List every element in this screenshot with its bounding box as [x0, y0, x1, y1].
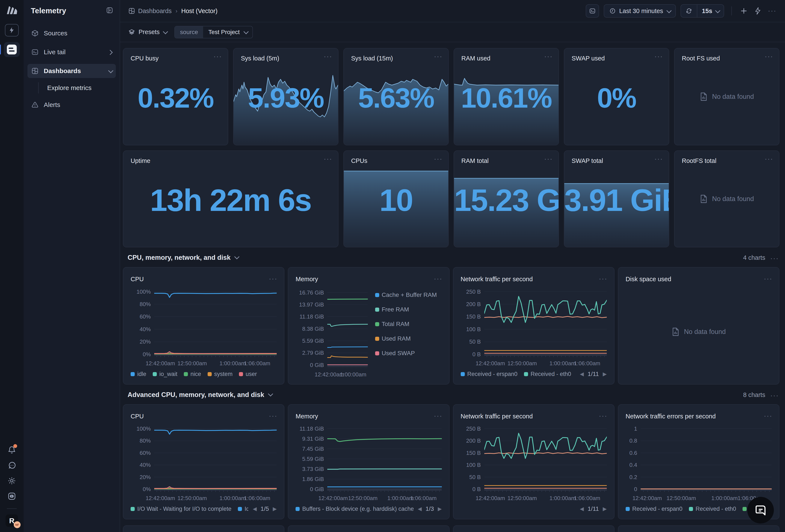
legend-item[interactable]: idle [131, 371, 146, 377]
sidebar-collapse-icon[interactable] [106, 7, 113, 15]
legend-item[interactable]: Free RAM [375, 306, 442, 313]
panel-menu-icon[interactable] [764, 414, 772, 418]
chevron-down-icon [163, 28, 167, 35]
panel-menu-icon[interactable] [434, 55, 442, 59]
legend-item[interactable]: Received - erspan0 [626, 506, 682, 512]
legend-item[interactable]: Received - eth0 [689, 506, 736, 512]
panel-menu-icon[interactable] [324, 55, 332, 59]
chart-card-memory: Memory 16.76 GiB13.97 GiB11.18 GiB8.38 G… [288, 267, 449, 384]
no-data-document-icon [672, 327, 680, 336]
panel-menu-icon[interactable] [764, 277, 772, 281]
y-axis: 250 B200 B150 B100 B50 B0 B [461, 423, 484, 492]
chevron-down-icon [108, 67, 112, 75]
panel-menu-icon[interactable] [655, 55, 662, 59]
panel-menu-icon[interactable] [600, 277, 607, 281]
stat-value: 15.23 GiB [454, 182, 558, 218]
pager-next-icon[interactable]: ▶ [603, 506, 607, 512]
brand-logo-icon[interactable] [6, 6, 18, 14]
legend-item[interactable]: io_wait [153, 371, 177, 377]
legend-item[interactable]: Total RAM [375, 321, 442, 327]
legend-item[interactable]: Used RAM [375, 335, 442, 342]
breadcrumb-dashboards[interactable]: Dashboards [128, 7, 172, 15]
feedback-chat-icon[interactable] [7, 460, 17, 470]
legend-item[interactable]: system [208, 371, 233, 377]
stat-value: 0% [564, 82, 669, 114]
terminal-panel-button[interactable] [586, 4, 599, 18]
panel-menu-icon[interactable] [545, 157, 552, 161]
legend-item[interactable]: user [239, 371, 257, 377]
refresh-button[interactable] [681, 5, 697, 17]
section-menu-icon[interactable] [771, 391, 778, 398]
clock-icon [609, 8, 616, 14]
pager-next-icon[interactable]: ▶ [273, 506, 277, 512]
legend-item[interactable]: Cache + Buffer RAM [375, 292, 442, 298]
plot-area[interactable] [154, 286, 277, 357]
pager-prev-icon[interactable]: ◀ [580, 506, 584, 512]
x-tick-label: 1:00:00am [340, 371, 366, 378]
panel-menu-icon[interactable] [434, 414, 441, 418]
quick-actions-button[interactable] [753, 6, 763, 16]
panel-title: SWAP used [572, 55, 605, 62]
plot-area[interactable] [641, 423, 772, 492]
legend-item[interactable]: I/O Wait - Waiting for I/O to complete [131, 506, 231, 512]
section-menu-icon[interactable] [771, 254, 778, 261]
panel-menu-icon[interactable] [324, 157, 332, 161]
y-tick-label: 0% [143, 486, 151, 493]
panel-menu-icon[interactable] [765, 157, 773, 161]
rail-item-telemetry-active[interactable] [4, 42, 20, 57]
legend-item[interactable]: Received - eth0 [524, 371, 571, 377]
panel-menu-icon[interactable] [600, 414, 607, 418]
panel-menu-icon[interactable] [214, 55, 221, 59]
legend-item[interactable]: Received - erspan0 [461, 371, 517, 377]
sidebar-item-dashboards[interactable]: Dashboards [27, 64, 116, 78]
legend-item[interactable]: Idle [238, 506, 248, 512]
legend-label: io_wait [159, 371, 177, 377]
pager-next-icon[interactable]: ▶ [438, 506, 441, 512]
sidebar-item-live-tail[interactable]: Live tail [27, 45, 116, 59]
refresh-interval-selector[interactable]: 15s [697, 5, 724, 17]
plot-area[interactable] [327, 423, 441, 492]
panel-menu-icon[interactable] [655, 157, 662, 161]
y-tick-label: 9.31 GiB [302, 435, 324, 442]
pager-prev-icon[interactable]: ◀ [580, 371, 584, 377]
x-tick-label: 12:42:00am [476, 495, 505, 502]
section-header-basic[interactable]: CPU, memory, network, and disk 4 charts [128, 254, 778, 262]
app-logo[interactable]: R NF [6, 514, 18, 527]
legend-item[interactable]: nice [184, 371, 201, 377]
panel-menu-icon[interactable] [434, 277, 441, 281]
help-chat-fab[interactable] [747, 497, 774, 524]
plot-area[interactable] [484, 423, 607, 492]
chevron-down-icon [234, 256, 238, 260]
pager-prev-icon[interactable]: ◀ [418, 506, 422, 512]
plot-area[interactable] [154, 423, 277, 492]
legend-label: Total RAM [382, 321, 409, 327]
panel-menu-icon[interactable] [270, 414, 277, 418]
panel-menu-icon[interactable] [270, 277, 277, 281]
x-axis: 12:42:00am1:00:00am [327, 368, 368, 379]
section-header-advanced[interactable]: Advanced CPU, memory, network, and disk … [128, 391, 778, 399]
quickstart-icon[interactable] [5, 24, 19, 36]
panel-menu-icon[interactable] [765, 55, 773, 59]
notifications-bell-icon[interactable] [7, 445, 17, 455]
pager-prev-icon[interactable]: ◀ [253, 506, 256, 512]
panel-menu-icon[interactable] [545, 55, 552, 59]
command-menu-icon[interactable] [7, 491, 17, 501]
theme-sun-icon[interactable] [7, 476, 17, 486]
stat-value: 3.91 GiB [564, 182, 669, 218]
sidebar-item-explore-metrics[interactable]: Explore metrics [27, 81, 116, 94]
chart-card-partial [123, 525, 284, 532]
legend-item[interactable]: Used SWAP [375, 350, 442, 357]
pager-next-icon[interactable]: ▶ [603, 371, 607, 377]
more-options-button[interactable] [767, 6, 777, 16]
plot-area[interactable] [484, 286, 607, 357]
panel-menu-icon[interactable] [434, 157, 442, 161]
add-panel-button[interactable] [739, 6, 749, 16]
sidebar-item-sources[interactable]: Sources [27, 26, 116, 40]
presets-dropdown[interactable]: Presets [128, 28, 167, 35]
legend-item[interactable]: Buffers - Block device (e.g. harddisk) c… [296, 506, 413, 512]
y-tick-label: 150 B [466, 313, 481, 320]
plot-area[interactable] [327, 286, 368, 368]
sidebar-item-alerts[interactable]: Alerts [27, 98, 116, 112]
source-filter[interactable]: source Test Project [174, 26, 253, 38]
time-range-selector[interactable]: Last 30 minutes [604, 4, 676, 18]
